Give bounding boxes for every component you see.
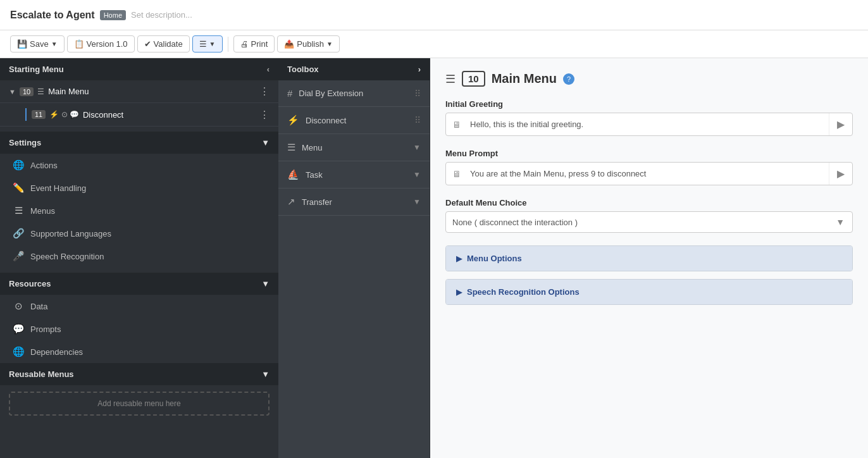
disconnect-context-icon[interactable]: ⋮ — [259, 109, 270, 121]
task-expand-icon: ▼ — [413, 170, 421, 179]
disconnect-tb-icon: ⚡ — [287, 114, 299, 126]
content-menu-icon: ☰ — [445, 72, 456, 86]
initial-greeting-input-icon: 🖥 — [446, 114, 468, 135]
default-menu-choice-caret-icon: ▼ — [828, 212, 852, 232]
tree-item-disconnect[interactable]: 11 ⚡ ⊙ 💬 Disconnect ⋮ — [0, 103, 278, 127]
main-menu-context-icon[interactable]: ⋮ — [259, 85, 270, 97]
toolbox-header: Toolbox › — [278, 58, 430, 80]
tree-caret-icon: ▼ — [9, 88, 16, 96]
toolbox-item-transfer[interactable]: ↗ Transfer ▼ — [278, 189, 430, 216]
transfer-tb-label: Transfer — [302, 197, 332, 207]
menu-options-accordion-header[interactable]: ▶ Menu Options — [446, 246, 852, 271]
supported-languages-label: Supported Languages — [30, 229, 111, 238]
resources-section-header[interactable]: Resources ▼ — [0, 273, 278, 295]
menus-label: Menus — [30, 206, 55, 216]
toolbox-title: Toolbox — [287, 65, 319, 74]
reusable-menus-header[interactable]: Reusable Menus ▼ — [0, 363, 278, 385]
resources-section: Resources ▼ ⊙ Data 💬 Prompts 🌐 Dependenc… — [0, 273, 278, 363]
add-reusable-menu[interactable]: Add reusable menu here — [9, 392, 270, 416]
speech-recognition-options-caret-icon: ▶ — [456, 288, 462, 297]
main-layout: Starting Menu ‹ ▼ 10 ☰ Main Menu ⋮ 11 ⚡ … — [0, 58, 868, 458]
description-placeholder[interactable]: Set description... — [131, 10, 192, 20]
initial-greeting-input-row: 🖥 ▶ — [445, 113, 853, 136]
supported-languages-icon: 🔗 — [13, 228, 24, 239]
toolbox-item-menu[interactable]: ☰ Menu ▼ — [278, 134, 430, 161]
disconnect-tb-label: Disconnect — [306, 116, 346, 125]
speech-recognition-options-accordion-label: Speech Recognition Options — [467, 287, 580, 297]
save-button[interactable]: 💾 Save ▼ — [10, 35, 65, 53]
reusable-menus-chevron-icon: ▼ — [261, 369, 270, 379]
dependencies-icon: 🌐 — [13, 346, 24, 357]
publish-button[interactable]: 📤 Publish ▼ — [277, 35, 340, 53]
toolbar-divider — [228, 37, 228, 52]
disconnect-icons: ⚡ ⊙ 💬 — [49, 110, 79, 119]
toolbox-item-dial-by-extension[interactable]: # Dial By Extension ⠿ — [278, 80, 430, 107]
initial-greeting-label: Initial Greeting — [445, 99, 853, 109]
menu-tb-label: Menu — [302, 143, 323, 152]
menu-prompt-play-button[interactable]: ▶ — [829, 163, 852, 185]
speech-recognition-icon: 🎤 — [13, 251, 24, 262]
version-button[interactable]: 📋 Version 1.0 — [67, 35, 135, 53]
sidebar-item-speech-recognition[interactable]: 🎤 Speech Recognition — [0, 245, 278, 268]
default-menu-choice-select-row: None ( disconnect the interaction ) Opti… — [445, 211, 853, 233]
list-caret-icon: ▼ — [209, 40, 216, 47]
transfer-tb-icon: ↗ — [287, 196, 295, 207]
home-badge: Home — [100, 10, 126, 20]
menu-prompt-input-icon: 🖥 — [446, 164, 468, 184]
menu-prompt-input-row: 🖥 ▶ — [445, 162, 853, 185]
title-bar: Escalate to Agent Home Set description..… — [0, 0, 868, 30]
menu-prompt-label: Menu Prompt — [445, 149, 853, 158]
sidebar-item-prompts[interactable]: 💬 Prompts — [0, 318, 278, 340]
settings-section-header[interactable]: Settings ▼ — [0, 132, 278, 154]
list-view-button[interactable]: ☰ ▼ — [192, 35, 223, 53]
sidebar-item-dependencies[interactable]: 🌐 Dependencies — [0, 340, 278, 363]
disconnect-label: Disconnect — [83, 110, 259, 120]
default-menu-choice-select[interactable]: None ( disconnect the interaction ) Opti… — [446, 213, 828, 232]
validate-icon: ✔ — [144, 39, 151, 49]
speech-recognition-label: Speech Recognition — [30, 252, 104, 261]
reusable-menus-title: Reusable Menus — [9, 369, 74, 379]
main-menu-label: Main Menu — [48, 87, 259, 96]
starting-menu-collapse-icon[interactable]: ‹ — [267, 65, 270, 74]
toolbox-close-icon[interactable]: › — [418, 65, 421, 74]
content-header: ☰ 10 Main Menu ? — [445, 71, 853, 87]
validate-button[interactable]: ✔ Validate — [137, 35, 190, 53]
help-icon[interactable]: ? — [563, 73, 574, 85]
tree-item-main-menu[interactable]: ▼ 10 ☰ Main Menu ⋮ — [0, 80, 278, 103]
data-label: Data — [30, 302, 47, 311]
toolbox-item-disconnect[interactable]: ⚡ Disconnect ⠿ — [278, 107, 430, 134]
sidebar-item-event-handling[interactable]: ✏️ Event Handling — [0, 176, 278, 199]
task-tb-icon: ⛵ — [287, 169, 299, 180]
sidebar-item-data[interactable]: ⊙ Data — [0, 295, 278, 318]
sidebar-item-actions[interactable]: 🌐 Actions — [0, 154, 278, 176]
menu-prompt-input[interactable] — [468, 164, 829, 183]
resources-chevron-icon: ▼ — [261, 279, 270, 288]
event-handling-icon: ✏️ — [13, 182, 24, 194]
list-icon: ☰ — [199, 39, 207, 49]
data-icon: ⊙ — [13, 300, 24, 312]
sidebar-item-supported-languages[interactable]: 🔗 Supported Languages — [0, 222, 278, 245]
menu-tb-icon: ☰ — [287, 142, 295, 153]
menu-prompt-section: Menu Prompt 🖥 ▶ — [445, 149, 853, 185]
speech-recognition-options-accordion-header[interactable]: ▶ Speech Recognition Options — [446, 280, 852, 304]
starting-menu-title: Starting Menu — [9, 65, 64, 74]
save-icon: 💾 — [17, 39, 27, 49]
publish-icon: 📤 — [284, 39, 294, 49]
menu-expand-icon: ▼ — [413, 143, 421, 152]
content-menu-title: Main Menu — [492, 71, 557, 86]
sidebar-item-menus[interactable]: ☰ Menus — [0, 199, 278, 222]
dependencies-label: Dependencies — [30, 347, 83, 357]
menu-options-accordion: ▶ Menu Options — [445, 245, 853, 271]
prompts-label: Prompts — [30, 325, 61, 334]
initial-greeting-play-button[interactable]: ▶ — [829, 113, 852, 135]
actions-label: Actions — [30, 161, 58, 170]
print-button[interactable]: 🖨 Print — [233, 35, 275, 53]
menu-options-accordion-label: Menu Options — [467, 254, 522, 263]
menu-options-caret-icon: ▶ — [456, 254, 462, 263]
initial-greeting-input[interactable] — [468, 114, 829, 134]
toolbox-item-task[interactable]: ⛵ Task ▼ — [278, 161, 430, 189]
resources-title: Resources — [9, 279, 51, 288]
toolbox-panel: Toolbox › # Dial By Extension ⠿ ⚡ Discon… — [278, 58, 430, 458]
version-icon: 📋 — [74, 39, 84, 49]
toolbar: 💾 Save ▼ 📋 Version 1.0 ✔ Validate ☰ ▼ 🖨 … — [0, 30, 868, 58]
